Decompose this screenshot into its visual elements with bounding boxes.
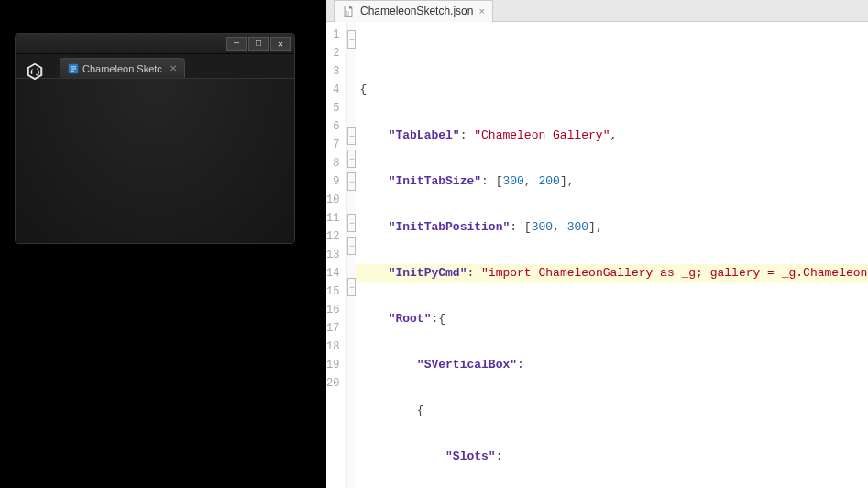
editor-tab-file[interactable]: {} ChameleonSketch.json ×: [334, 0, 493, 22]
unreal-tab-label: Chameleon Sketc: [82, 63, 162, 74]
line-number: 6: [326, 117, 339, 136]
fold-toggle-icon[interactable]: −: [347, 172, 356, 191]
unreal-preview-panel: ─ □ ✕ Chameleon Sketc ✕: [0, 0, 326, 488]
fold-gutter: −−−−−−−: [347, 22, 356, 488]
line-number: 19: [326, 356, 339, 374]
unreal-logo-icon: [23, 60, 47, 83]
fold-toggle-icon[interactable]: −: [347, 237, 356, 255]
fold-toggle-icon[interactable]: −: [347, 127, 356, 145]
fold-toggle-icon[interactable]: −: [347, 278, 356, 296]
line-number: 8: [326, 154, 339, 172]
line-number: 14: [326, 264, 339, 283]
line-number: 13: [326, 246, 339, 264]
close-button[interactable]: ✕: [270, 37, 291, 51]
editor-tab-filename: ChameleonSketch.json: [360, 5, 473, 17]
line-number: 17: [326, 319, 339, 338]
line-number: 12: [326, 227, 339, 246]
close-icon[interactable]: ×: [478, 6, 484, 17]
line-number: 4: [326, 81, 339, 99]
editor-body[interactable]: 1234567891011121314151617181920 −−−−−−− …: [326, 22, 868, 488]
line-number: 7: [326, 136, 339, 154]
fold-toggle-icon[interactable]: −: [347, 150, 356, 168]
fold-toggle-icon[interactable]: −: [347, 214, 356, 232]
line-number: 15: [326, 283, 339, 301]
line-number: 1: [326, 26, 339, 44]
line-number: 10: [326, 191, 339, 209]
blueprint-icon: [68, 63, 79, 74]
line-number: 3: [326, 62, 339, 81]
json-file-icon: {}: [342, 5, 355, 17]
line-number: 5: [326, 99, 339, 117]
line-number-gutter: 1234567891011121314151617181920: [326, 22, 347, 488]
fold-toggle-icon[interactable]: −: [347, 30, 356, 49]
unreal-content-area[interactable]: [16, 78, 294, 243]
line-number: 2: [326, 44, 339, 62]
code-area[interactable]: { "TabLabel": "Chameleon Gallery", "Init…: [356, 22, 868, 488]
line-number: 20: [326, 374, 339, 393]
line-number: 16: [326, 301, 339, 319]
unreal-tab-chameleon[interactable]: Chameleon Sketc ✕: [60, 58, 185, 78]
code-editor-panel: {} ChameleonSketch.json × 12345678910111…: [326, 0, 868, 488]
minimize-button[interactable]: ─: [226, 37, 247, 51]
maximize-button[interactable]: □: [248, 37, 269, 51]
editor-tabbar: {} ChameleonSketch.json ×: [326, 0, 868, 22]
line-number: 9: [326, 172, 339, 191]
unreal-tabbar: Chameleon Sketc ✕: [16, 54, 294, 78]
unreal-titlebar[interactable]: ─ □ ✕: [16, 34, 294, 54]
line-number: 11: [326, 209, 339, 227]
svg-text:{}: {}: [346, 10, 349, 16]
close-icon[interactable]: ✕: [170, 63, 177, 73]
line-number: 18: [326, 338, 339, 356]
unreal-window: ─ □ ✕ Chameleon Sketc ✕: [15, 33, 295, 244]
